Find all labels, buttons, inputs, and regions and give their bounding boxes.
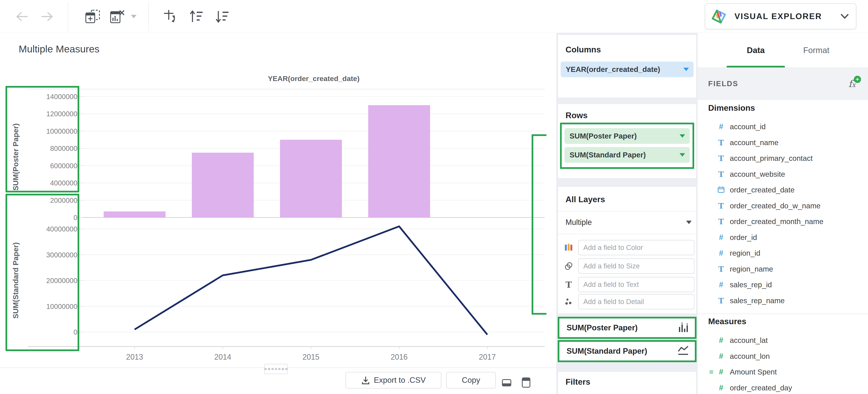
field-order_created_date[interactable]: order_created_date [698, 182, 868, 198]
field-order_created_month_name[interactable]: Torder_created_month_name [698, 214, 868, 229]
text-icon: T [716, 217, 726, 226]
bar-chart-icon [678, 322, 689, 333]
field-sales_rep_name[interactable]: Tsales_rep_name [698, 293, 868, 309]
field-account_lon[interactable]: #account_lon [698, 348, 868, 364]
text-icon: T [716, 201, 726, 210]
text-icon: T [716, 170, 726, 179]
fields-divider [698, 314, 868, 314]
x-tick-2017: 2017 [479, 353, 496, 361]
download-icon [361, 376, 370, 385]
rows-pill-sum-standard-paper[interactable]: SUM(Standard Paper) [564, 147, 690, 163]
field-account_id[interactable]: #account_id [698, 119, 868, 135]
measures-section-title: Measures [708, 317, 746, 326]
text-icon: T [716, 264, 726, 274]
pill-dropdown-icon[interactable] [680, 153, 685, 157]
field-account_lat[interactable]: #account_lat [698, 333, 868, 348]
multiple-measures-chart[interactable]: 0200000040000006000000800000010000000120… [0, 33, 556, 363]
slot-row-size [558, 258, 696, 274]
field-order_created_do_w_name[interactable]: Torder_created_do_w_name [698, 198, 868, 214]
x-tick-2016: 2016 [391, 353, 408, 361]
toolbar: VISUAL EXPLORER [0, 0, 868, 33]
svg-text:4000000: 4000000 [50, 179, 78, 187]
layer-sum-standard-paper[interactable]: SUM(Standard Paper) [558, 340, 696, 362]
rows-selection-bracket [532, 134, 547, 315]
visual-explorer-app: VISUAL EXPLORER Multiple Measures 020000… [0, 0, 868, 394]
field-order_id[interactable]: #order_id [698, 230, 868, 245]
field-order_created_day[interactable]: #order_created_day [698, 380, 868, 394]
clear-chart-dropdown-icon[interactable] [129, 0, 138, 33]
export-csv-button[interactable]: Export to .CSV [345, 372, 441, 389]
forward-icon[interactable] [40, 0, 55, 33]
svg-text:0: 0 [73, 328, 78, 336]
bar-2015[interactable] [280, 140, 342, 218]
rows-title: Rows [565, 111, 588, 120]
add-a-field-to-text-input[interactable] [578, 277, 694, 292]
chevron-down-icon [841, 14, 849, 19]
fields-header: FIELDS [708, 79, 738, 88]
collapse-panel-icon[interactable] [502, 379, 511, 387]
add-a-field-to-detail-input[interactable] [578, 294, 694, 309]
svg-text:12000000: 12000000 [46, 110, 78, 118]
columns-shelf: Columns YEAR(order_created_date) [558, 35, 696, 98]
copy-label: Copy [462, 376, 480, 385]
field-amount-spent[interactable]: =#Amount Spent [698, 364, 868, 380]
field-sales_rep_id[interactable]: #sales_rep_id [698, 277, 868, 292]
measure-number-icon: # [716, 336, 726, 345]
number-icon: # [716, 249, 726, 258]
measure-number-icon: # [716, 352, 726, 361]
back-icon[interactable] [14, 0, 29, 33]
tab-data[interactable]: Data [726, 33, 785, 67]
visual-explorer-menu-button[interactable]: VISUAL EXPLORER [705, 3, 856, 29]
svg-text:30000000: 30000000 [46, 251, 78, 259]
expand-panel-icon[interactable] [522, 377, 530, 389]
size-icon [563, 258, 575, 274]
toolbar-separator [148, 2, 149, 31]
filters-card: Filters [558, 371, 696, 394]
add-a-field-to-size-input[interactable] [578, 258, 694, 274]
add-calculated-field-icon[interactable]: fx + [848, 78, 856, 89]
columns-pill-year-order-created-date[interactable]: YEAR(order_created_date) [561, 61, 693, 77]
bar-2014[interactable] [192, 153, 254, 218]
svg-text:2000000: 2000000 [50, 196, 78, 204]
detail-icon [563, 294, 575, 309]
pivot-axes-icon[interactable] [161, 0, 180, 33]
rows-pill-sum-poster-paper[interactable]: SUM(Poster Paper) [564, 128, 690, 144]
text-icon: T [716, 296, 726, 305]
calculated-field-icon: # [716, 367, 726, 376]
chart-canvas: Multiple Measures 0200000040000006000000… [0, 33, 556, 394]
resize-drag-handle[interactable] [264, 364, 288, 374]
add-a-field-to-color-input[interactable] [578, 240, 694, 255]
field-account_primary_contact[interactable]: Taccount_primary_contact [698, 150, 868, 166]
all-layers-card: All Layers Multiple T [558, 187, 696, 314]
layer-sum-poster-paper[interactable]: SUM(Poster Paper) [558, 317, 696, 339]
svg-text:40000000: 40000000 [46, 225, 78, 233]
svg-text:6000000: 6000000 [50, 162, 78, 170]
pill-dropdown-icon[interactable] [680, 134, 685, 138]
sort-descending-icon[interactable] [212, 0, 231, 33]
field-region_name[interactable]: Tregion_name [698, 261, 868, 277]
clear-chart-icon[interactable] [108, 0, 128, 33]
fields-header-bar: FIELDS fx + [698, 68, 868, 100]
rows-selection-box: SUM(Poster Paper) SUM(Standard Paper) [560, 123, 694, 169]
pill-dropdown-icon[interactable] [683, 68, 689, 71]
calendar-icon [716, 186, 726, 194]
svg-text:20000000: 20000000 [46, 277, 78, 284]
bar-2013[interactable] [104, 212, 165, 218]
standard-y-axis-title: SUM(Standard Paper) [11, 242, 20, 319]
bar-2016[interactable] [368, 105, 430, 218]
x-axis-title: YEAR(order_created_date) [268, 75, 360, 83]
sort-ascending-icon[interactable] [187, 0, 206, 33]
slot-row-detail [558, 294, 696, 309]
color-icon [563, 240, 575, 255]
x-tick-2013: 2013 [126, 353, 143, 361]
field-account_website[interactable]: Taccount_website [698, 166, 868, 182]
slot-row-text: T [558, 277, 696, 292]
add-chart-icon[interactable] [83, 0, 102, 33]
tab-format[interactable]: Format [791, 33, 842, 67]
field-region_id[interactable]: #region_id [698, 245, 868, 261]
measure-number-icon: # [716, 384, 726, 392]
copy-button[interactable]: Copy [446, 372, 496, 389]
field-account_name[interactable]: Taccount_name [698, 135, 868, 150]
svg-text:8000000: 8000000 [50, 144, 78, 152]
shelf-panel: Columns YEAR(order_created_date) Rows SU… [556, 33, 698, 394]
